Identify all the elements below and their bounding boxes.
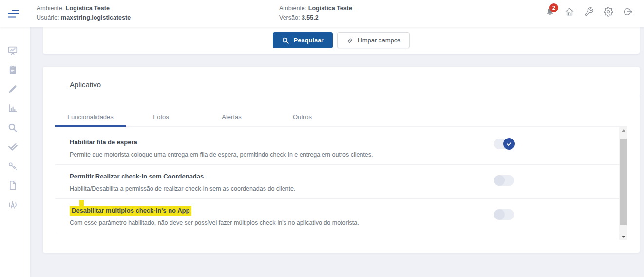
bell-icon[interactable]: 2 [545,7,555,17]
header-action-icons: 2 [545,7,633,17]
key-icon[interactable] [7,161,18,172]
scrollbar-thumb[interactable] [620,138,627,225]
toggle-knob [494,209,505,220]
scrollbar-up-arrow[interactable] [619,127,627,134]
setting-title-text: Permitir Realizar check-in sem Coordenad… [70,173,204,180]
environment-user-info: Ambiente: Logística Teste Usuário: maxst… [37,4,131,22]
tab-outros[interactable]: Outros [267,108,338,127]
search-icon[interactable] [7,122,18,133]
document-icon[interactable] [7,180,18,191]
aplicativo-card: Aplicativo Funcionalidades Fotos Alertas… [43,67,640,253]
hamburger-menu-icon[interactable] [7,9,20,19]
clear-fields-button-label: Limpar campos [358,37,401,44]
toggle-switch[interactable] [494,209,514,220]
environment-version-info: Ambiente: Logística Teste Versão: 3.55.2 [279,4,352,22]
logout-icon[interactable] [623,7,633,17]
presentation-chart-icon[interactable] [7,45,18,56]
eraser-icon [346,37,354,44]
toggle-knob [503,138,515,150]
setting-row: Permitir Realizar check-in sem Coordenad… [55,165,619,199]
setting-row: Habilitar fila de espera Permite que mot… [55,128,619,165]
search-button[interactable]: Pesquisar [273,32,332,48]
toggle-switch[interactable] [494,138,514,149]
clipboard-icon[interactable] [7,64,18,75]
settings-list: Habilitar fila de espera Permite que mot… [55,128,619,241]
setting-description: Permite que motorista coloque uma entreg… [70,151,605,158]
ambiente-line: Ambiente: Logística Teste [279,4,352,13]
setting-title: Desabilitar múltiplos check-in's no App [70,207,605,214]
setting-title-text: Desabilitar múltiplos check-in's no App [70,206,191,216]
usuario-line: Usuário: maxstring.logisticateste [37,13,131,22]
versao-line: Versão: 3.55.2 [279,13,352,22]
bar-chart-icon[interactable] [7,103,18,114]
setting-title: Habilitar fila de espera [70,138,605,146]
setting-title: Permitir Realizar check-in sem Coordenad… [70,173,605,180]
ambiente-line: Ambiente: Logística Teste [37,4,131,13]
toggle-switch[interactable] [494,175,514,186]
tab-funcionalidades[interactable]: Funcionalidades [55,108,126,127]
search-button-label: Pesquisar [293,37,323,44]
antenna-icon[interactable] [7,199,18,210]
double-check-icon[interactable] [7,141,18,152]
setting-description: Com esse parâmetro habilitado, não deve … [70,219,605,226]
notification-badge: 2 [549,3,558,12]
wrench-icon[interactable] [584,7,594,17]
toggle-knob [494,175,505,186]
tab-bar: Funcionalidades Fotos Alertas Outros [55,108,338,127]
setting-title-text: Habilitar fila de espera [70,138,137,146]
gear-icon[interactable] [604,7,613,17]
app-header: Ambiente: Logística Teste Usuário: maxst… [0,0,644,27]
search-panel: Pesquisar Limpar campos [43,27,640,54]
scrollbar[interactable] [619,127,627,240]
card-title: Aplicativo [70,80,101,89]
search-icon [282,37,289,44]
setting-description: Habilita/Desabilita a permissão de reali… [70,185,605,192]
tab-alertas[interactable]: Alertas [196,108,267,127]
pencil-icon[interactable] [7,84,18,95]
clear-fields-button[interactable]: Limpar campos [337,32,410,48]
tab-fotos[interactable]: Fotos [126,108,196,127]
home-icon[interactable] [565,7,574,17]
left-sidebar [0,27,30,277]
scrollbar-down-arrow[interactable] [619,234,627,240]
divider [43,96,640,96]
check-icon [506,141,512,147]
setting-row: Desabilitar múltiplos check-in's no App … [55,199,619,233]
